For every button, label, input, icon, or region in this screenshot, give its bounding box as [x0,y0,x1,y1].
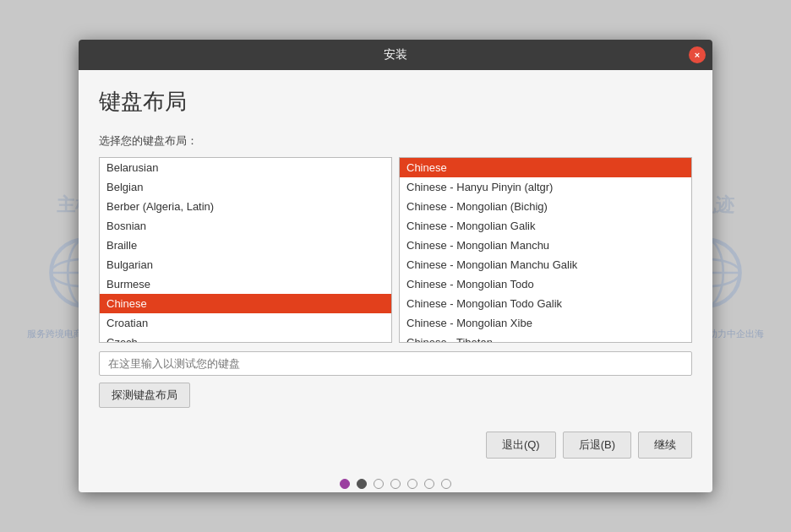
list-item[interactable]: Chinese - Mongolian Manchu Galik [400,255,691,274]
list-item[interactable]: Berber (Algeria, Latin) [100,197,391,216]
detect-button-container: 探测键盘布局 [99,376,692,408]
quit-button[interactable]: 退出(Q) [486,432,556,459]
list-item[interactable]: Croatian [100,313,391,333]
progress-dots [79,470,712,492]
footer: 退出(Q) 后退(B) 继续 [79,421,712,470]
continue-button[interactable]: 继续 [638,432,692,459]
list-item[interactable]: Belgian [100,177,391,197]
language-list[interactable]: BelarusianBelgianBerber (Algeria, Latin)… [99,157,392,343]
titlebar: 安装 × [79,40,712,70]
list-item[interactable]: Chinese - Mongolian Todo [400,274,691,294]
dialog-title: 安装 [384,47,407,62]
list-item[interactable]: Bulgarian [100,255,391,274]
progress-dot-2 [357,479,367,489]
subtitle: 选择您的键盘布局： [99,133,692,149]
list-item[interactable]: Chinese - Mongolian Manchu [400,236,691,255]
list-item[interactable]: Bosnian [100,216,391,236]
progress-dot-1 [340,479,350,489]
test-input-container [99,351,692,376]
progress-dot-5 [407,479,417,489]
list-item[interactable]: Chinese - Mongolian (Bichig) [400,197,691,216]
footer-buttons: 退出(Q) 后退(B) 继续 [486,432,692,459]
progress-dot-3 [374,479,384,489]
progress-dot-4 [390,479,401,489]
list-item[interactable]: Chinese - Mongolian Galik [400,216,691,236]
install-dialog: 安装 × 键盘布局 选择您的键盘布局： BelarusianBelgianBer… [79,40,712,492]
list-item[interactable]: Chinese - Tibetan [400,333,691,343]
list-item[interactable]: Braille [100,236,391,255]
list-item[interactable]: Chinese - Mongolian Todo Galik [400,294,691,313]
lists-container: BelarusianBelgianBerber (Algeria, Latin)… [99,157,692,343]
dialog-body: 键盘布局 选择您的键盘布局： BelarusianBelgianBerber (… [79,70,712,421]
page-title: 键盘布局 [99,87,692,117]
list-item[interactable]: Chinese [100,294,391,313]
variant-list[interactable]: ChineseChinese - Hanyu Pinyin (altgr)Chi… [399,157,692,343]
list-item[interactable]: Chinese [400,158,691,177]
detect-keyboard-button[interactable]: 探测键盘布局 [99,383,190,408]
progress-dot-6 [424,479,434,489]
back-button[interactable]: 后退(B) [563,432,631,459]
list-item[interactable]: Chinese - Mongolian Xibe [400,313,691,333]
progress-dot-7 [441,479,451,489]
keyboard-test-input[interactable] [99,351,692,376]
list-item[interactable]: Chinese - Hanyu Pinyin (altgr) [400,177,691,197]
list-item[interactable]: Burmese [100,274,391,294]
close-button[interactable]: × [689,46,706,63]
list-item[interactable]: Czech [100,333,391,343]
list-item[interactable]: Belarusian [100,158,391,177]
